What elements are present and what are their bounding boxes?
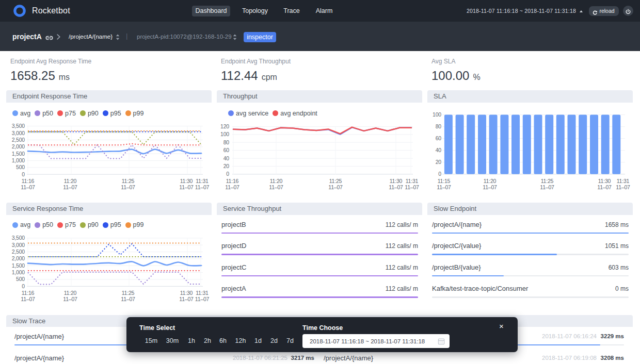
svg-text:11:25: 11:25 <box>329 178 342 184</box>
svg-text:100: 100 <box>220 131 229 137</box>
svg-text:3,500: 3,500 <box>12 123 25 129</box>
svg-text:11–07: 11–07 <box>225 184 239 190</box>
svg-text:11:31: 11:31 <box>196 290 209 296</box>
svg-text:1,500: 1,500 <box>12 151 25 157</box>
svg-text:11:16: 11:16 <box>226 178 239 184</box>
svg-text:100: 100 <box>433 111 441 118</box>
svg-text:11:16: 11:16 <box>22 178 35 184</box>
svg-text:11–07: 11–07 <box>389 184 403 190</box>
svg-text:11:25: 11:25 <box>122 178 135 184</box>
svg-text:11–07: 11–07 <box>540 184 554 190</box>
svg-text:2,500: 2,500 <box>12 249 25 255</box>
svg-text:2,000: 2,000 <box>12 255 25 261</box>
svg-text:1,000: 1,000 <box>12 269 25 275</box>
svg-text:20: 20 <box>223 163 230 169</box>
svg-text:0: 0 <box>226 171 229 177</box>
svg-text:11–07: 11–07 <box>63 296 77 302</box>
svg-text:11:25: 11:25 <box>541 178 554 184</box>
svg-text:11:25: 11:25 <box>122 290 135 296</box>
svg-text:11:20: 11:20 <box>64 290 77 296</box>
svg-text:11–07: 11–07 <box>121 296 135 302</box>
svg-text:11:30: 11:30 <box>598 178 611 184</box>
svg-text:11–07: 11–07 <box>21 184 35 190</box>
svg-text:11:30: 11:30 <box>390 178 403 184</box>
svg-text:11:31: 11:31 <box>617 178 630 184</box>
svg-text:11:31: 11:31 <box>406 178 419 184</box>
svg-text:2,500: 2,500 <box>12 137 25 143</box>
svg-text:11–07: 11–07 <box>63 184 77 190</box>
svg-text:20: 20 <box>436 159 442 165</box>
svg-text:11:16: 11:16 <box>22 290 35 296</box>
svg-text:120: 120 <box>220 123 229 129</box>
svg-text:11–07: 11–07 <box>21 296 35 302</box>
svg-text:500: 500 <box>16 164 25 170</box>
svg-text:11:31: 11:31 <box>196 178 209 184</box>
svg-text:0: 0 <box>22 171 25 177</box>
svg-text:11–07: 11–07 <box>405 184 419 190</box>
svg-text:0: 0 <box>22 283 25 289</box>
svg-text:60: 60 <box>436 135 442 141</box>
svg-text:3,500: 3,500 <box>12 235 25 241</box>
svg-text:11–07: 11–07 <box>328 184 343 190</box>
svg-text:11–07: 11–07 <box>437 184 451 190</box>
svg-text:11:30: 11:30 <box>180 290 193 296</box>
svg-text:40: 40 <box>223 155 230 161</box>
svg-text:11–07: 11–07 <box>179 184 194 190</box>
svg-text:11–07: 11–07 <box>121 184 135 190</box>
svg-text:11–07: 11–07 <box>483 184 497 190</box>
svg-text:40: 40 <box>436 147 442 153</box>
svg-text:11–07: 11–07 <box>179 296 194 302</box>
svg-text:11:30: 11:30 <box>180 178 193 184</box>
svg-text:3,000: 3,000 <box>12 242 25 248</box>
svg-text:11–07: 11–07 <box>616 184 630 190</box>
svg-text:1,000: 1,000 <box>12 157 25 163</box>
svg-text:80: 80 <box>223 139 230 145</box>
svg-text:0: 0 <box>438 171 441 177</box>
svg-text:11–07: 11–07 <box>269 184 283 190</box>
svg-text:3,000: 3,000 <box>12 130 25 136</box>
svg-text:11:15: 11:15 <box>438 178 451 184</box>
svg-text:11:20: 11:20 <box>484 178 497 184</box>
svg-text:11:20: 11:20 <box>270 178 283 184</box>
svg-text:11–07: 11–07 <box>597 184 612 190</box>
svg-text:11–07: 11–07 <box>195 296 210 302</box>
svg-text:60: 60 <box>223 147 230 153</box>
svg-text:2,000: 2,000 <box>12 143 25 150</box>
svg-text:80: 80 <box>436 123 442 129</box>
svg-text:11–07: 11–07 <box>195 184 210 190</box>
svg-text:1,500: 1,500 <box>12 262 25 269</box>
svg-text:500: 500 <box>16 276 25 282</box>
svg-text:11:20: 11:20 <box>64 178 77 184</box>
